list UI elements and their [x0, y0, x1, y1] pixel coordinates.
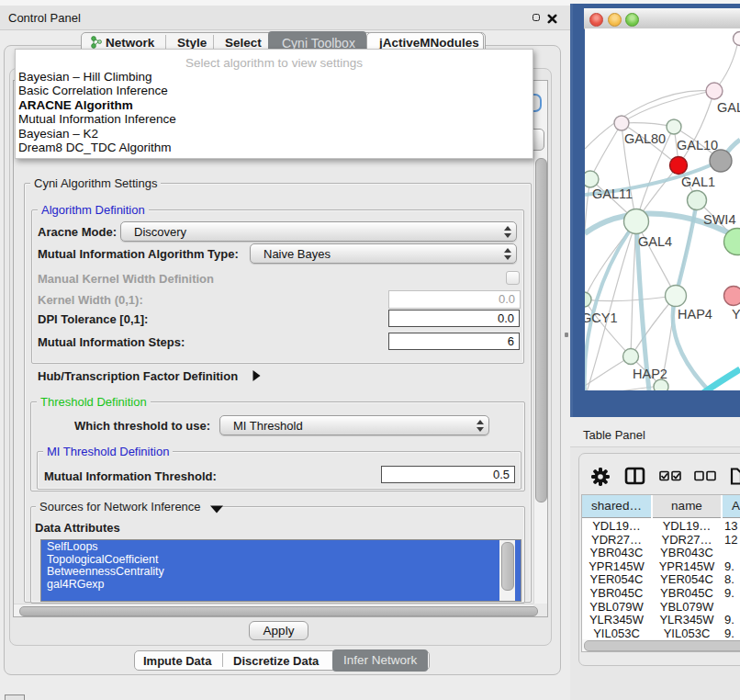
svg-text:GAL4: GAL4	[638, 234, 672, 249]
svg-text:GAL1: GAL1	[681, 175, 715, 189]
svg-text:GAL10: GAL10	[677, 138, 718, 152]
svg-text:GAL80: GAL80	[624, 131, 666, 146]
svg-text:GCY1: GCY1	[585, 310, 618, 325]
svg-text:SWI4: SWI4	[703, 212, 735, 227]
svg-text:Y: Y	[732, 307, 740, 322]
svg-text:GAL11: GAL11	[592, 186, 633, 201]
svg-text:GAL7: GAL7	[717, 100, 740, 115]
svg-text:HAP4: HAP4	[678, 307, 712, 322]
svg-text:HAP2: HAP2	[633, 367, 667, 381]
